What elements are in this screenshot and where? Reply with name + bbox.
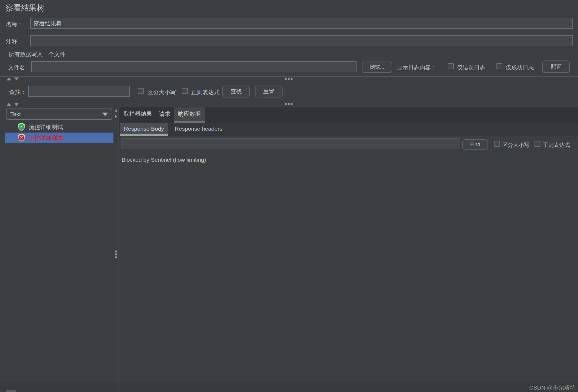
comments-label: 注释： bbox=[6, 38, 23, 45]
search-reset-button[interactable]: 重置 bbox=[255, 86, 283, 97]
vsplitter-left-line bbox=[114, 107, 114, 392]
search-input[interactable] bbox=[28, 86, 130, 97]
splitter1-top-line bbox=[0, 76, 578, 77]
subtab-response-body[interactable]: Response Body bbox=[120, 123, 168, 134]
results-find-button[interactable]: Find bbox=[462, 139, 488, 150]
subtab-response-headers[interactable]: Response headers bbox=[172, 123, 226, 134]
success-shield-icon: ✔ bbox=[18, 123, 25, 131]
tab-response-data-underline bbox=[174, 121, 205, 123]
splitter1-bottom-line bbox=[0, 81, 578, 81]
filename-input[interactable] bbox=[31, 61, 357, 72]
filename-label: 文件名 bbox=[8, 64, 25, 71]
tab-response-data[interactable]: 响应数据 bbox=[174, 107, 205, 121]
vsplitter-right-line bbox=[119, 107, 119, 392]
configure-button[interactable]: 配置 bbox=[542, 60, 570, 73]
tree-item-error-selected[interactable]: ✖ 流控详细测试 bbox=[5, 133, 113, 143]
subtab-response-body-underline bbox=[120, 134, 168, 136]
file-group-border-right bbox=[75, 54, 573, 54]
tab-sampler-result[interactable]: 取样器结果 bbox=[122, 107, 154, 121]
log-display-label: 显示日志内容： bbox=[397, 64, 436, 71]
error-shield-icon: ✖ bbox=[18, 134, 25, 142]
name-input[interactable] bbox=[30, 18, 573, 29]
splitter2-grip[interactable] bbox=[285, 103, 293, 105]
splitter2-top-line bbox=[0, 102, 578, 102]
browse-button[interactable]: 浏览... bbox=[362, 62, 392, 73]
vsplitter-grip[interactable] bbox=[115, 251, 117, 258]
splitter2-collapse-up-icon[interactable] bbox=[6, 103, 11, 106]
results-regex-label: 正则表达式 bbox=[543, 141, 570, 149]
view-as-selected-value: Text bbox=[10, 111, 21, 117]
tree-item-success[interactable]: ✔ 流控详细测试 bbox=[18, 122, 63, 133]
search-case-checkbox[interactable] bbox=[138, 88, 144, 94]
splitter1-collapse-up-icon[interactable] bbox=[6, 77, 11, 80]
search-regex-checkbox[interactable] bbox=[182, 88, 188, 94]
bottom-band bbox=[0, 382, 578, 392]
search-case-label: 区分大小写 bbox=[147, 89, 176, 96]
tab-request[interactable]: 请求 bbox=[157, 107, 172, 121]
results-separator-line bbox=[119, 153, 578, 153]
file-group-title: 所有数据写入一个文件 bbox=[9, 50, 65, 58]
vsplitter-collapse-right-icon[interactable] bbox=[115, 114, 117, 118]
comments-input[interactable] bbox=[30, 35, 573, 46]
success-only-label: 仅成功日志 bbox=[506, 64, 534, 71]
results-case-checkbox[interactable] bbox=[494, 141, 500, 147]
page-title: 察看结果树 bbox=[5, 3, 45, 13]
search-label: 查找： bbox=[9, 88, 26, 96]
view-results-tree-window: 察看结果树 名称： 注释： 所有数据写入一个文件 文件名 浏览... 显示日志内… bbox=[0, 0, 578, 392]
search-regex-label: 正则表达式 bbox=[191, 89, 220, 96]
splitter1-grip[interactable] bbox=[285, 78, 293, 80]
tree-hscrollbar-thumb[interactable] bbox=[6, 390, 16, 392]
errors-only-checkbox[interactable] bbox=[448, 63, 454, 69]
file-group-border-left bbox=[4, 54, 7, 54]
success-only-checkbox[interactable] bbox=[496, 63, 502, 69]
splitter2-collapse-down-icon[interactable] bbox=[14, 103, 19, 106]
splitter1-collapse-down-icon[interactable] bbox=[14, 77, 19, 80]
results-regex-checkbox[interactable] bbox=[535, 141, 540, 147]
tree-item-label: 流控详细测试 bbox=[29, 134, 63, 142]
tree-item-content: ✖ 流控详细测试 bbox=[18, 133, 63, 143]
name-label: 名称： bbox=[6, 21, 23, 28]
response-body-text: Blocked by Sentinel (flow limiting) bbox=[122, 157, 206, 163]
search-find-button[interactable]: 查找 bbox=[222, 86, 250, 97]
chevron-down-icon bbox=[102, 113, 108, 116]
vsplitter-collapse-left-icon[interactable] bbox=[115, 109, 117, 113]
results-case-label: 区分大小写 bbox=[502, 141, 529, 149]
view-as-selector[interactable]: Text bbox=[6, 109, 112, 120]
tree-item-label: 流控详细测试 bbox=[29, 123, 63, 131]
errors-only-label: 仅错误日志 bbox=[457, 64, 485, 71]
watermark: CSDN @步尔斯特 bbox=[529, 384, 575, 391]
results-search-input[interactable] bbox=[122, 138, 460, 149]
